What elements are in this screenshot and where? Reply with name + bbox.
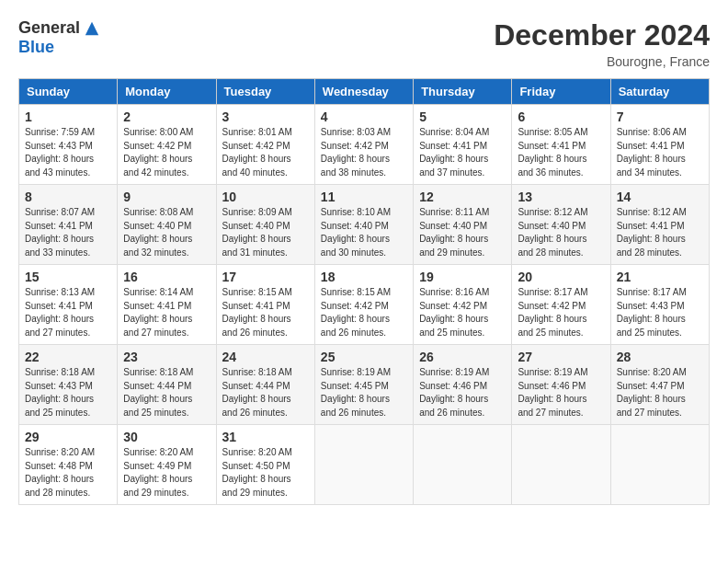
logo-general-text: General <box>18 18 80 38</box>
calendar-cell: 11Sunrise: 8:10 AMSunset: 4:40 PMDayligh… <box>314 185 413 265</box>
day-info: Sunrise: 8:19 AMSunset: 4:46 PMDaylight:… <box>518 366 604 419</box>
calendar-cell: 29Sunrise: 8:20 AMSunset: 4:48 PMDayligh… <box>19 425 118 505</box>
calendar-week-row: 29Sunrise: 8:20 AMSunset: 4:48 PMDayligh… <box>19 425 710 505</box>
day-number: 6 <box>518 109 604 124</box>
day-info: Sunrise: 8:17 AMSunset: 4:43 PMDaylight:… <box>617 286 703 339</box>
day-info: Sunrise: 8:07 AMSunset: 4:41 PMDaylight:… <box>25 206 111 259</box>
calendar-cell: 16Sunrise: 8:14 AMSunset: 4:41 PMDayligh… <box>118 265 216 345</box>
calendar-cell: 13Sunrise: 8:12 AMSunset: 4:40 PMDayligh… <box>512 185 610 265</box>
calendar-cell: 24Sunrise: 8:18 AMSunset: 4:44 PMDayligh… <box>216 345 314 425</box>
calendar-cell: 2Sunrise: 8:00 AMSunset: 4:42 PMDaylight… <box>118 105 216 185</box>
day-info: Sunrise: 8:11 AMSunset: 4:40 PMDaylight:… <box>419 206 506 259</box>
day-number: 17 <box>222 270 309 284</box>
day-number: 13 <box>518 190 604 204</box>
calendar-cell: 27Sunrise: 8:19 AMSunset: 4:46 PMDayligh… <box>512 345 610 425</box>
day-info: Sunrise: 8:19 AMSunset: 4:46 PMDaylight:… <box>419 366 506 419</box>
day-header-wednesday: Wednesday <box>314 79 413 105</box>
day-info: Sunrise: 8:20 AMSunset: 4:49 PMDaylight:… <box>123 446 210 500</box>
calendar-week-row: 8Sunrise: 8:07 AMSunset: 4:41 PMDaylight… <box>19 185 710 265</box>
day-info: Sunrise: 7:59 AMSunset: 4:43 PMDaylight:… <box>25 126 111 179</box>
day-info: Sunrise: 8:20 AMSunset: 4:48 PMDaylight:… <box>25 446 111 500</box>
day-header-monday: Monday <box>118 79 216 105</box>
calendar-week-row: 22Sunrise: 8:18 AMSunset: 4:43 PMDayligh… <box>19 345 710 425</box>
day-info: Sunrise: 8:06 AMSunset: 4:41 PMDaylight:… <box>617 126 703 179</box>
svg-marker-0 <box>85 21 98 34</box>
day-info: Sunrise: 8:00 AMSunset: 4:42 PMDaylight:… <box>123 126 210 179</box>
title-area: December 2024 Bourogne, France <box>494 18 710 69</box>
calendar-header-row: SundayMondayTuesdayWednesdayThursdayFrid… <box>19 79 710 105</box>
day-number: 3 <box>222 109 309 124</box>
day-info: Sunrise: 8:04 AMSunset: 4:41 PMDaylight:… <box>419 126 506 179</box>
day-info: Sunrise: 8:20 AMSunset: 4:50 PMDaylight:… <box>222 446 309 500</box>
calendar-table: SundayMondayTuesdayWednesdayThursdayFrid… <box>18 78 710 505</box>
day-info: Sunrise: 8:03 AMSunset: 4:42 PMDaylight:… <box>321 126 407 179</box>
calendar-week-row: 1Sunrise: 7:59 AMSunset: 4:43 PMDaylight… <box>19 105 710 185</box>
day-number: 26 <box>419 350 506 364</box>
calendar-cell: 22Sunrise: 8:18 AMSunset: 4:43 PMDayligh… <box>19 345 118 425</box>
month-title: December 2024 <box>494 18 710 52</box>
day-info: Sunrise: 8:05 AMSunset: 4:41 PMDaylight:… <box>518 126 604 179</box>
day-info: Sunrise: 8:18 AMSunset: 4:44 PMDaylight:… <box>123 366 210 419</box>
day-info: Sunrise: 8:15 AMSunset: 4:41 PMDaylight:… <box>222 286 309 339</box>
calendar-cell: 23Sunrise: 8:18 AMSunset: 4:44 PMDayligh… <box>118 345 216 425</box>
calendar-cell: 10Sunrise: 8:09 AMSunset: 4:40 PMDayligh… <box>216 185 314 265</box>
calendar-cell: 26Sunrise: 8:19 AMSunset: 4:46 PMDayligh… <box>414 345 512 425</box>
calendar-cell: 31Sunrise: 8:20 AMSunset: 4:50 PMDayligh… <box>216 425 314 505</box>
day-number: 9 <box>123 190 210 204</box>
day-info: Sunrise: 8:10 AMSunset: 4:40 PMDaylight:… <box>321 206 407 259</box>
day-info: Sunrise: 8:09 AMSunset: 4:40 PMDaylight:… <box>222 206 309 259</box>
calendar-cell: 28Sunrise: 8:20 AMSunset: 4:47 PMDayligh… <box>610 345 709 425</box>
day-number: 23 <box>123 350 210 364</box>
day-header-tuesday: Tuesday <box>216 79 314 105</box>
calendar-cell <box>314 425 413 505</box>
day-header-saturday: Saturday <box>610 79 709 105</box>
day-info: Sunrise: 8:08 AMSunset: 4:40 PMDaylight:… <box>123 206 210 259</box>
calendar-cell: 6Sunrise: 8:05 AMSunset: 4:41 PMDaylight… <box>512 105 610 185</box>
day-number: 18 <box>321 270 407 284</box>
day-number: 29 <box>25 430 111 444</box>
day-number: 14 <box>617 190 703 204</box>
calendar-cell <box>512 425 610 505</box>
day-number: 1 <box>25 109 111 124</box>
location: Bourogne, France <box>494 54 710 69</box>
calendar-cell: 15Sunrise: 8:13 AMSunset: 4:41 PMDayligh… <box>19 265 118 345</box>
day-info: Sunrise: 8:13 AMSunset: 4:41 PMDaylight:… <box>25 286 111 339</box>
day-number: 21 <box>617 270 703 284</box>
day-info: Sunrise: 8:18 AMSunset: 4:44 PMDaylight:… <box>222 366 309 419</box>
day-info: Sunrise: 8:15 AMSunset: 4:42 PMDaylight:… <box>321 286 407 339</box>
calendar-cell: 7Sunrise: 8:06 AMSunset: 4:41 PMDaylight… <box>610 105 709 185</box>
day-number: 20 <box>518 270 604 284</box>
calendar-cell: 3Sunrise: 8:01 AMSunset: 4:42 PMDaylight… <box>216 105 314 185</box>
day-header-sunday: Sunday <box>19 79 118 105</box>
day-number: 7 <box>617 109 703 124</box>
day-number: 22 <box>25 350 111 364</box>
calendar-cell <box>414 425 512 505</box>
day-number: 28 <box>617 350 703 364</box>
day-info: Sunrise: 8:19 AMSunset: 4:45 PMDaylight:… <box>321 366 407 419</box>
calendar-cell: 30Sunrise: 8:20 AMSunset: 4:49 PMDayligh… <box>118 425 216 505</box>
day-number: 15 <box>25 270 111 284</box>
calendar-cell: 8Sunrise: 8:07 AMSunset: 4:41 PMDaylight… <box>19 185 118 265</box>
calendar-cell: 20Sunrise: 8:17 AMSunset: 4:42 PMDayligh… <box>512 265 610 345</box>
calendar-cell: 5Sunrise: 8:04 AMSunset: 4:41 PMDaylight… <box>414 105 512 185</box>
day-header-friday: Friday <box>512 79 610 105</box>
calendar-cell: 17Sunrise: 8:15 AMSunset: 4:41 PMDayligh… <box>216 265 314 345</box>
day-number: 11 <box>321 190 407 204</box>
day-number: 27 <box>518 350 604 364</box>
calendar-cell: 25Sunrise: 8:19 AMSunset: 4:45 PMDayligh… <box>314 345 413 425</box>
calendar-cell: 14Sunrise: 8:12 AMSunset: 4:41 PMDayligh… <box>610 185 709 265</box>
day-info: Sunrise: 8:16 AMSunset: 4:42 PMDaylight:… <box>419 286 506 339</box>
day-number: 8 <box>25 190 111 204</box>
day-info: Sunrise: 8:18 AMSunset: 4:43 PMDaylight:… <box>25 366 111 419</box>
day-number: 19 <box>419 270 506 284</box>
day-info: Sunrise: 8:12 AMSunset: 4:40 PMDaylight:… <box>518 206 604 259</box>
day-number: 25 <box>321 350 407 364</box>
day-number: 5 <box>419 109 506 124</box>
day-number: 4 <box>321 109 407 124</box>
day-number: 2 <box>123 109 210 124</box>
day-number: 10 <box>222 190 309 204</box>
page-header: General Blue December 2024 Bourogne, Fra… <box>18 18 710 69</box>
calendar-cell <box>610 425 709 505</box>
calendar-cell: 18Sunrise: 8:15 AMSunset: 4:42 PMDayligh… <box>314 265 413 345</box>
calendar-week-row: 15Sunrise: 8:13 AMSunset: 4:41 PMDayligh… <box>19 265 710 345</box>
